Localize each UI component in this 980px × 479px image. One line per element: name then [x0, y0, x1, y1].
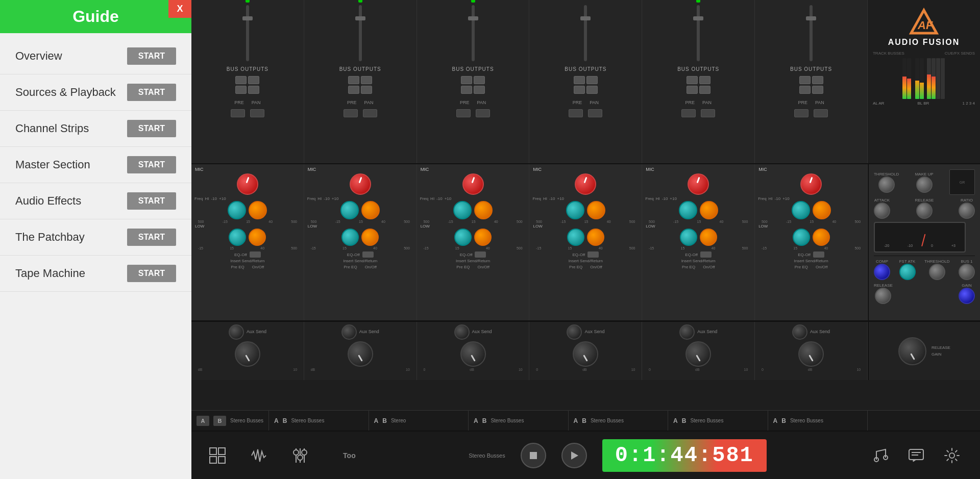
- play-button[interactable]: [561, 443, 587, 468]
- hi-freq-knob-4[interactable]: [566, 201, 584, 219]
- d2-btn-5[interactable]: [701, 109, 715, 117]
- bus-btn-2-4[interactable]: [361, 86, 372, 94]
- release2-knob[interactable]: [875, 288, 891, 304]
- bus-btn-6-2[interactable]: [812, 76, 823, 84]
- d1-btn-2[interactable]: [344, 109, 358, 117]
- bus-btn-4-2[interactable]: [586, 76, 598, 84]
- bus-btn-3-2[interactable]: [474, 76, 485, 84]
- bus-btn-3-1[interactable]: [461, 76, 472, 84]
- mic-knob-1[interactable]: [237, 173, 258, 195]
- release-knob[interactable]: [916, 203, 933, 219]
- eq-off-btn-2[interactable]: [362, 251, 374, 258]
- threshold-knob[interactable]: [878, 177, 895, 193]
- guide-start-button-tape[interactable]: START: [127, 265, 176, 282]
- bus1-knob[interactable]: [959, 264, 975, 280]
- fst-atk-knob[interactable]: [899, 264, 916, 280]
- hi-gain-knob-2[interactable]: [361, 201, 380, 219]
- guide-start-button-audio-effects[interactable]: START: [127, 192, 176, 210]
- attack-knob[interactable]: [874, 203, 890, 219]
- mic-knob-2[interactable]: [350, 173, 371, 195]
- aux-main-knob-4[interactable]: [573, 341, 598, 367]
- bus-btn-6-4[interactable]: [812, 86, 823, 94]
- chat-icon[interactable]: [903, 443, 929, 468]
- aux-knob-sm-4a[interactable]: [567, 324, 582, 340]
- low-freq-knob-6[interactable]: [793, 229, 810, 246]
- bus-btn-5-4[interactable]: [699, 86, 710, 94]
- bus-btn-2-2[interactable]: [361, 76, 372, 84]
- bus-btn-2-3[interactable]: [348, 86, 359, 94]
- fader-handle-5[interactable]: [693, 16, 703, 20]
- low-gain-knob-3[interactable]: [474, 229, 492, 246]
- guide-start-button-overview[interactable]: START: [127, 47, 176, 65]
- ratio-knob[interactable]: [959, 203, 975, 219]
- aux-knob-sm-6a[interactable]: [792, 324, 807, 340]
- hi-freq-knob-1[interactable]: [228, 201, 246, 219]
- bus-btn-5-1[interactable]: [687, 76, 698, 84]
- fader-track-1[interactable]: [246, 5, 249, 61]
- bus-btn-1-3[interactable]: [235, 86, 247, 94]
- bus-btn-6-1[interactable]: [799, 76, 811, 84]
- fader-track-3[interactable]: [472, 5, 475, 61]
- hi-freq-knob-2[interactable]: [340, 201, 359, 219]
- bus-btn-4-1[interactable]: [574, 76, 585, 84]
- eq-off-btn-4[interactable]: [587, 251, 599, 258]
- stop-button[interactable]: [521, 443, 546, 468]
- ab-btn-a-1[interactable]: A: [197, 416, 209, 426]
- bus-btn-3-3[interactable]: [461, 86, 472, 94]
- aux-main-knob-5[interactable]: [685, 341, 711, 367]
- low-gain-knob-2[interactable]: [361, 229, 379, 246]
- guide-close-button[interactable]: X: [168, 0, 191, 18]
- hi-gain-knob-6[interactable]: [813, 201, 831, 219]
- aux-main-knob-6[interactable]: [798, 341, 824, 367]
- fader-track-4[interactable]: [584, 5, 587, 61]
- d1-btn-1[interactable]: [231, 109, 245, 117]
- aux-main-knob-2[interactable]: [348, 341, 373, 367]
- aux-knob-sm-3a[interactable]: [454, 324, 470, 340]
- low-freq-knob-3[interactable]: [454, 229, 472, 246]
- bus-btn-2-1[interactable]: [348, 76, 359, 84]
- bus-btn-3-4[interactable]: [474, 86, 485, 94]
- aux-main-knob-3[interactable]: [460, 341, 486, 367]
- fader-handle-2[interactable]: [355, 16, 365, 20]
- mixer-icon[interactable]: [287, 443, 313, 468]
- bus-btn-6-3[interactable]: [799, 86, 811, 94]
- mic-knob-3[interactable]: [462, 173, 484, 195]
- guide-start-button-master[interactable]: START: [127, 156, 176, 173]
- low-freq-knob-4[interactable]: [567, 229, 584, 246]
- guide-start-button-patchbay[interactable]: START: [127, 229, 176, 246]
- bus-btn-5-2[interactable]: [699, 76, 710, 84]
- d1-btn-4[interactable]: [569, 109, 583, 117]
- d1-btn-6[interactable]: [794, 109, 808, 117]
- low-gain-knob-4[interactable]: [587, 229, 604, 246]
- timecode-display[interactable]: 0:1:44:581: [602, 439, 767, 472]
- guide-start-button-channels[interactable]: START: [127, 120, 176, 137]
- hi-gain-knob-5[interactable]: [700, 201, 718, 219]
- d2-btn-2[interactable]: [363, 109, 377, 117]
- d2-btn-4[interactable]: [588, 109, 602, 117]
- aux-knob-sm-5a[interactable]: [679, 324, 695, 340]
- aux-knob-sm-2a[interactable]: [341, 324, 357, 340]
- fader-handle-1[interactable]: [242, 16, 253, 20]
- eq-off-btn-6[interactable]: [813, 251, 824, 258]
- aux-knob-sm-1a[interactable]: [229, 324, 244, 340]
- aux-main-knob-1[interactable]: [235, 341, 260, 367]
- low-gain-knob-1[interactable]: [249, 229, 266, 246]
- settings-icon[interactable]: [939, 443, 965, 468]
- master-release-knob[interactable]: [898, 337, 926, 365]
- hi-gain-knob-3[interactable]: [474, 201, 493, 219]
- low-freq-knob-1[interactable]: [229, 229, 246, 246]
- d2-btn-3[interactable]: [476, 109, 490, 117]
- bus-btn-4-3[interactable]: [574, 86, 585, 94]
- guide-start-button-sources[interactable]: START: [127, 84, 176, 101]
- d2-btn-1[interactable]: [250, 109, 264, 117]
- mic-knob-6[interactable]: [800, 173, 822, 195]
- bus-btn-1-1[interactable]: [235, 76, 247, 84]
- ab-btn-b-1[interactable]: B: [213, 416, 226, 426]
- comp-knob[interactable]: [874, 264, 890, 280]
- low-freq-knob-2[interactable]: [341, 229, 359, 246]
- low-freq-knob-5[interactable]: [680, 229, 697, 246]
- d1-btn-5[interactable]: [681, 109, 696, 117]
- bus-btn-5-3[interactable]: [687, 86, 698, 94]
- eq-off-btn-3[interactable]: [475, 251, 486, 258]
- hi-gain-knob-4[interactable]: [587, 201, 605, 219]
